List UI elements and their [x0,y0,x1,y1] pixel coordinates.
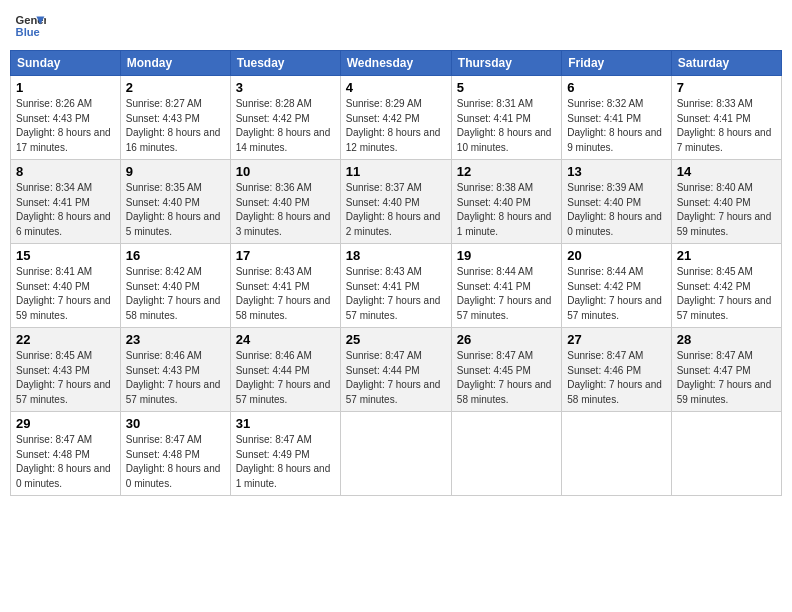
calendar-cell: 21 Sunrise: 8:45 AM Sunset: 4:42 PM Dayl… [671,244,781,328]
calendar-cell: 23 Sunrise: 8:46 AM Sunset: 4:43 PM Dayl… [120,328,230,412]
day-number: 18 [346,248,446,263]
day-detail: Sunrise: 8:38 AM Sunset: 4:40 PM Dayligh… [457,181,556,239]
weekday-header-thursday: Thursday [451,51,561,76]
calendar-cell: 13 Sunrise: 8:39 AM Sunset: 4:40 PM Dayl… [562,160,671,244]
calendar-cell [562,412,671,496]
calendar-cell: 24 Sunrise: 8:46 AM Sunset: 4:44 PM Dayl… [230,328,340,412]
calendar-cell: 30 Sunrise: 8:47 AM Sunset: 4:48 PM Dayl… [120,412,230,496]
day-detail: Sunrise: 8:47 AM Sunset: 4:45 PM Dayligh… [457,349,556,407]
weekday-header-friday: Friday [562,51,671,76]
day-number: 5 [457,80,556,95]
day-number: 26 [457,332,556,347]
day-number: 29 [16,416,115,431]
day-detail: Sunrise: 8:42 AM Sunset: 4:40 PM Dayligh… [126,265,225,323]
day-detail: Sunrise: 8:36 AM Sunset: 4:40 PM Dayligh… [236,181,335,239]
weekday-header-saturday: Saturday [671,51,781,76]
day-number: 15 [16,248,115,263]
day-number: 1 [16,80,115,95]
calendar-cell: 31 Sunrise: 8:47 AM Sunset: 4:49 PM Dayl… [230,412,340,496]
calendar-cell: 4 Sunrise: 8:29 AM Sunset: 4:42 PM Dayli… [340,76,451,160]
calendar-cell: 22 Sunrise: 8:45 AM Sunset: 4:43 PM Dayl… [11,328,121,412]
calendar-cell: 15 Sunrise: 8:41 AM Sunset: 4:40 PM Dayl… [11,244,121,328]
calendar-cell: 6 Sunrise: 8:32 AM Sunset: 4:41 PM Dayli… [562,76,671,160]
day-number: 16 [126,248,225,263]
calendar-cell: 28 Sunrise: 8:47 AM Sunset: 4:47 PM Dayl… [671,328,781,412]
day-detail: Sunrise: 8:47 AM Sunset: 4:48 PM Dayligh… [126,433,225,491]
day-detail: Sunrise: 8:47 AM Sunset: 4:46 PM Dayligh… [567,349,665,407]
calendar-cell: 5 Sunrise: 8:31 AM Sunset: 4:41 PM Dayli… [451,76,561,160]
day-number: 11 [346,164,446,179]
day-number: 21 [677,248,776,263]
day-number: 12 [457,164,556,179]
day-detail: Sunrise: 8:44 AM Sunset: 4:42 PM Dayligh… [567,265,665,323]
calendar-cell: 11 Sunrise: 8:37 AM Sunset: 4:40 PM Dayl… [340,160,451,244]
logo: General Blue [14,10,50,42]
day-detail: Sunrise: 8:45 AM Sunset: 4:43 PM Dayligh… [16,349,115,407]
calendar-cell: 14 Sunrise: 8:40 AM Sunset: 4:40 PM Dayl… [671,160,781,244]
day-detail: Sunrise: 8:40 AM Sunset: 4:40 PM Dayligh… [677,181,776,239]
calendar-cell: 1 Sunrise: 8:26 AM Sunset: 4:43 PM Dayli… [11,76,121,160]
day-detail: Sunrise: 8:47 AM Sunset: 4:47 PM Dayligh… [677,349,776,407]
calendar-cell: 29 Sunrise: 8:47 AM Sunset: 4:48 PM Dayl… [11,412,121,496]
calendar-table: SundayMondayTuesdayWednesdayThursdayFrid… [10,50,782,496]
day-number: 7 [677,80,776,95]
day-number: 31 [236,416,335,431]
logo-icon: General Blue [14,10,46,42]
weekday-header-sunday: Sunday [11,51,121,76]
weekday-header-tuesday: Tuesday [230,51,340,76]
day-detail: Sunrise: 8:47 AM Sunset: 4:48 PM Dayligh… [16,433,115,491]
calendar-cell: 7 Sunrise: 8:33 AM Sunset: 4:41 PM Dayli… [671,76,781,160]
day-number: 4 [346,80,446,95]
day-number: 19 [457,248,556,263]
day-detail: Sunrise: 8:27 AM Sunset: 4:43 PM Dayligh… [126,97,225,155]
day-number: 13 [567,164,665,179]
day-number: 6 [567,80,665,95]
day-detail: Sunrise: 8:32 AM Sunset: 4:41 PM Dayligh… [567,97,665,155]
day-number: 30 [126,416,225,431]
day-number: 10 [236,164,335,179]
day-detail: Sunrise: 8:43 AM Sunset: 4:41 PM Dayligh… [346,265,446,323]
day-number: 23 [126,332,225,347]
calendar-cell: 26 Sunrise: 8:47 AM Sunset: 4:45 PM Dayl… [451,328,561,412]
day-number: 24 [236,332,335,347]
calendar-cell: 2 Sunrise: 8:27 AM Sunset: 4:43 PM Dayli… [120,76,230,160]
day-number: 3 [236,80,335,95]
day-detail: Sunrise: 8:37 AM Sunset: 4:40 PM Dayligh… [346,181,446,239]
calendar-cell: 19 Sunrise: 8:44 AM Sunset: 4:41 PM Dayl… [451,244,561,328]
day-number: 9 [126,164,225,179]
weekday-header-monday: Monday [120,51,230,76]
day-detail: Sunrise: 8:35 AM Sunset: 4:40 PM Dayligh… [126,181,225,239]
day-number: 25 [346,332,446,347]
calendar-cell: 27 Sunrise: 8:47 AM Sunset: 4:46 PM Dayl… [562,328,671,412]
calendar-cell: 16 Sunrise: 8:42 AM Sunset: 4:40 PM Dayl… [120,244,230,328]
day-number: 28 [677,332,776,347]
day-detail: Sunrise: 8:33 AM Sunset: 4:41 PM Dayligh… [677,97,776,155]
calendar-cell: 3 Sunrise: 8:28 AM Sunset: 4:42 PM Dayli… [230,76,340,160]
calendar-cell: 8 Sunrise: 8:34 AM Sunset: 4:41 PM Dayli… [11,160,121,244]
calendar-cell [451,412,561,496]
day-detail: Sunrise: 8:34 AM Sunset: 4:41 PM Dayligh… [16,181,115,239]
day-number: 2 [126,80,225,95]
weekday-header-wednesday: Wednesday [340,51,451,76]
day-detail: Sunrise: 8:47 AM Sunset: 4:49 PM Dayligh… [236,433,335,491]
calendar-cell: 17 Sunrise: 8:43 AM Sunset: 4:41 PM Dayl… [230,244,340,328]
day-number: 8 [16,164,115,179]
calendar-cell [340,412,451,496]
day-number: 14 [677,164,776,179]
day-number: 20 [567,248,665,263]
day-detail: Sunrise: 8:41 AM Sunset: 4:40 PM Dayligh… [16,265,115,323]
calendar-cell: 9 Sunrise: 8:35 AM Sunset: 4:40 PM Dayli… [120,160,230,244]
calendar-cell: 12 Sunrise: 8:38 AM Sunset: 4:40 PM Dayl… [451,160,561,244]
day-number: 17 [236,248,335,263]
day-detail: Sunrise: 8:28 AM Sunset: 4:42 PM Dayligh… [236,97,335,155]
day-number: 22 [16,332,115,347]
day-detail: Sunrise: 8:46 AM Sunset: 4:44 PM Dayligh… [236,349,335,407]
day-detail: Sunrise: 8:29 AM Sunset: 4:42 PM Dayligh… [346,97,446,155]
day-detail: Sunrise: 8:44 AM Sunset: 4:41 PM Dayligh… [457,265,556,323]
day-detail: Sunrise: 8:26 AM Sunset: 4:43 PM Dayligh… [16,97,115,155]
calendar-cell: 25 Sunrise: 8:47 AM Sunset: 4:44 PM Dayl… [340,328,451,412]
calendar-cell [671,412,781,496]
day-detail: Sunrise: 8:45 AM Sunset: 4:42 PM Dayligh… [677,265,776,323]
day-detail: Sunrise: 8:46 AM Sunset: 4:43 PM Dayligh… [126,349,225,407]
day-detail: Sunrise: 8:47 AM Sunset: 4:44 PM Dayligh… [346,349,446,407]
